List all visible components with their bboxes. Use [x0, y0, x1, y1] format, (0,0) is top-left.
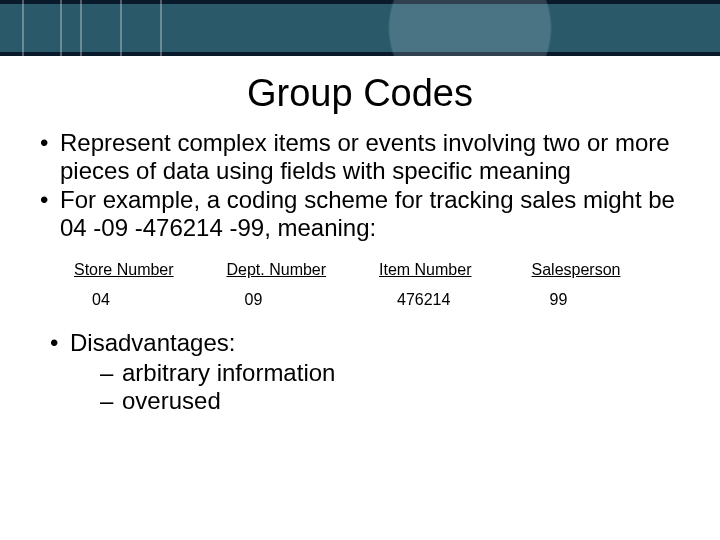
bullet-represent: Represent complex items or events involv… — [34, 129, 686, 184]
disadvantages-label: Disadvantages: — [70, 329, 235, 356]
col-dept-number: Dept. Number — [227, 259, 380, 281]
disadvantages-sublist: arbitrary information overused — [100, 359, 676, 414]
main-bullet-list: Represent complex items or events involv… — [34, 129, 686, 241]
content-area: Represent complex items or events involv… — [0, 115, 720, 311]
val-store-number: 04 — [74, 281, 227, 311]
header-banner — [0, 0, 720, 56]
disadvantages-list: Disadvantages: arbitrary information ove… — [44, 329, 676, 414]
table-value-row: 04 09 476214 99 — [74, 281, 684, 311]
slide-title: Group Codes — [0, 72, 720, 115]
sub-arbitrary: arbitrary information — [100, 359, 676, 387]
col-store-number: Store Number — [74, 259, 227, 281]
code-breakdown-table: Store Number Dept. Number Item Number Sa… — [74, 259, 684, 311]
val-item-number: 476214 — [379, 281, 532, 311]
bullet-example: For example, a coding scheme for trackin… — [34, 186, 686, 241]
sub-overused: overused — [100, 387, 676, 415]
col-salesperson: Salesperson — [532, 259, 685, 281]
table-header-row: Store Number Dept. Number Item Number Sa… — [74, 259, 684, 281]
bullet-disadvantages: Disadvantages: arbitrary information ove… — [44, 329, 676, 414]
val-dept-number: 09 — [227, 281, 380, 311]
col-item-number: Item Number — [379, 259, 532, 281]
val-salesperson: 99 — [532, 281, 685, 311]
disadvantages-block: Disadvantages: arbitrary information ove… — [0, 329, 720, 414]
